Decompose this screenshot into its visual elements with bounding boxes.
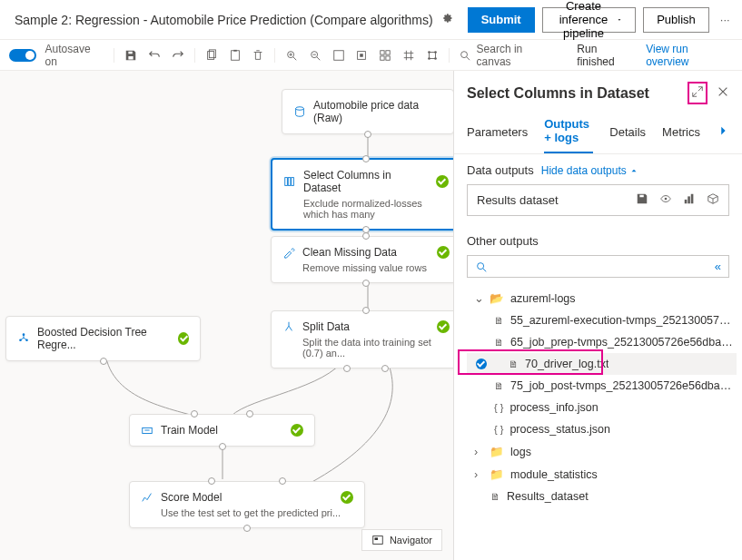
run-status: Run finished bbox=[577, 43, 637, 68]
navigator-button[interactable]: Navigator bbox=[361, 529, 442, 551]
autosave-toggle[interactable] bbox=[9, 49, 36, 62]
search-icon bbox=[459, 49, 471, 62]
grid-icon[interactable] bbox=[401, 48, 416, 63]
register-icon[interactable] bbox=[707, 192, 719, 208]
tabs-scroll-right-icon[interactable] bbox=[717, 124, 729, 140]
svg-point-18 bbox=[296, 107, 304, 111]
tab-metrics[interactable]: Metrics bbox=[662, 118, 700, 146]
node-train-model[interactable]: Train Model bbox=[129, 414, 315, 447]
fit-icon[interactable] bbox=[331, 48, 346, 63]
publish-button[interactable]: Publish bbox=[643, 7, 709, 33]
file-70-driver-log[interactable]: 🗎 70_driver_log.txt bbox=[467, 353, 737, 375]
success-icon bbox=[436, 175, 449, 188]
success-icon bbox=[437, 320, 450, 333]
delete-icon[interactable] bbox=[251, 48, 265, 63]
save-icon[interactable] bbox=[124, 48, 138, 63]
chevron-up-icon bbox=[629, 166, 638, 175]
folder-icon: 📁 bbox=[490, 445, 504, 458]
file-results-dataset[interactable]: 🗎 Results_dataset bbox=[467, 486, 737, 507]
dataset-icon bbox=[293, 105, 306, 118]
outputs-search-input[interactable] bbox=[495, 260, 707, 273]
clean-icon bbox=[282, 246, 295, 259]
node-split-data[interactable]: Split Data Split the data into training … bbox=[271, 310, 461, 368]
zoom-out-icon[interactable] bbox=[308, 48, 322, 63]
file-65-job-prep[interactable]: 🗎 65_job_prep-tvmps_25213005726e56dba07a… bbox=[467, 331, 737, 353]
folder-azureml-logs[interactable]: ⌄ 📂 azureml-logs bbox=[467, 287, 737, 309]
chevron-down-icon: ⌄ bbox=[474, 291, 483, 305]
tab-outputs-logs[interactable]: Outputs + logs bbox=[544, 110, 593, 153]
page-title: Sample 2: Regression - Automobile Price … bbox=[15, 13, 433, 27]
submit-button[interactable]: Submit bbox=[468, 7, 535, 33]
svg-rect-10 bbox=[386, 50, 390, 54]
svg-rect-12 bbox=[386, 55, 390, 59]
success-icon bbox=[437, 246, 450, 259]
tab-details[interactable]: Details bbox=[609, 118, 646, 146]
file-55-azureml-execution[interactable]: 🗎 55_azureml-execution-tvmps_25213005726… bbox=[467, 309, 737, 331]
data-outputs-label: Data outputs bbox=[467, 163, 534, 177]
svg-rect-30 bbox=[688, 196, 690, 203]
braces-icon: { } bbox=[494, 402, 503, 413]
more-icon[interactable]: ··· bbox=[717, 13, 734, 26]
svg-point-28 bbox=[665, 198, 668, 201]
redo-icon[interactable] bbox=[171, 48, 185, 63]
paste-icon[interactable] bbox=[228, 48, 242, 63]
folder-logs[interactable]: › 📁 logs bbox=[467, 440, 737, 463]
svg-rect-8 bbox=[361, 54, 364, 57]
outputs-search[interactable]: « bbox=[467, 255, 729, 278]
node-automobile-data[interactable]: Automobile price data (Raw) bbox=[282, 89, 454, 134]
collapse-tree-icon[interactable]: « bbox=[715, 260, 721, 273]
folder-icon: 📁 bbox=[490, 467, 504, 481]
selected-check-icon bbox=[476, 359, 487, 369]
folder-open-icon: 📂 bbox=[490, 291, 504, 305]
canvas-search[interactable]: Search in canvas bbox=[459, 43, 559, 68]
node-select-columns[interactable]: Select Columns in Dataset Exclude normal… bbox=[271, 158, 461, 231]
file-icon: 🗎 bbox=[494, 337, 504, 348]
columns-icon bbox=[283, 175, 296, 188]
file-icon: 🗎 bbox=[494, 315, 504, 326]
svg-rect-19 bbox=[285, 178, 288, 186]
zoom-in-icon[interactable] bbox=[284, 48, 299, 63]
svg-rect-11 bbox=[381, 55, 384, 59]
copy-icon[interactable] bbox=[204, 48, 219, 63]
node-clean-data[interactable]: Clean Missing Data Remove missing value … bbox=[271, 236, 461, 283]
save-output-icon[interactable] bbox=[636, 192, 648, 208]
create-inference-label: Create inference pipeline bbox=[556, 0, 612, 40]
file-process-info[interactable]: { } process_info.json bbox=[467, 397, 737, 418]
chevron-right-icon: › bbox=[474, 446, 483, 458]
node-boosted-tree[interactable]: Boosted Decision Tree Regre... bbox=[5, 316, 201, 361]
navigator-icon bbox=[371, 534, 384, 546]
other-outputs-label: Other outputs bbox=[467, 234, 539, 248]
page-header: Sample 2: Regression - Automobile Price … bbox=[0, 0, 742, 40]
view-run-overview-link[interactable]: View run overview bbox=[646, 43, 733, 68]
success-icon bbox=[341, 491, 353, 504]
details-panel: Select Columns in Dataset Parameters Out… bbox=[453, 71, 742, 560]
create-inference-pipeline-button[interactable]: Create inference pipeline bbox=[542, 7, 636, 33]
hide-data-outputs-link[interactable]: Hide data outputs bbox=[541, 164, 638, 177]
folder-module-statistics[interactable]: › 📁 module_statistics bbox=[467, 463, 737, 486]
layout-icon[interactable] bbox=[378, 48, 392, 63]
braces-icon: { } bbox=[494, 424, 503, 435]
node-score-model[interactable]: Score Model Use the test set to get the … bbox=[129, 481, 365, 528]
actual-size-icon[interactable] bbox=[355, 48, 370, 63]
success-icon bbox=[291, 424, 303, 437]
svg-rect-27 bbox=[374, 537, 378, 540]
file-75-job-post[interactable]: 🗎 75_job_post-tvmps_25213005726e56dba07a… bbox=[467, 375, 737, 397]
file-icon: 🗎 bbox=[490, 491, 500, 502]
file-process-status[interactable]: { } process_status.json bbox=[467, 418, 737, 440]
gear-icon[interactable] bbox=[440, 12, 453, 27]
chevron-right-icon: › bbox=[474, 468, 483, 481]
train-icon bbox=[141, 424, 153, 437]
svg-point-17 bbox=[460, 51, 467, 57]
visualize-icon[interactable] bbox=[683, 192, 696, 208]
svg-point-32 bbox=[478, 262, 484, 269]
preview-icon[interactable] bbox=[659, 192, 672, 208]
expand-icon[interactable] bbox=[688, 82, 707, 104]
snap-icon[interactable] bbox=[425, 48, 440, 63]
panel-tabs: Parameters Outputs + logs Details Metric… bbox=[454, 110, 742, 154]
undo-icon[interactable] bbox=[147, 48, 162, 63]
close-icon[interactable] bbox=[717, 85, 729, 101]
results-dataset-row[interactable]: Results dataset bbox=[467, 184, 729, 216]
tab-parameters[interactable]: Parameters bbox=[467, 118, 528, 146]
toolbar: Autosave on Search in canvas Run finishe… bbox=[0, 40, 742, 71]
score-icon bbox=[141, 491, 153, 504]
